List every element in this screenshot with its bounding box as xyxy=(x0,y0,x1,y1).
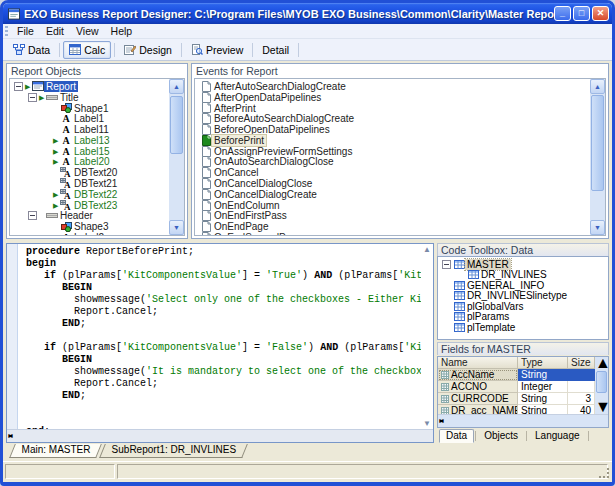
field-name-cell[interactable]: ACCNO xyxy=(438,381,518,393)
event-item-onendpage[interactable]: OnEndPage xyxy=(197,221,605,232)
event-item-onautosearchdialogclose[interactable]: OnAutoSearchDialogClose xyxy=(197,157,605,168)
scroll-thumb[interactable] xyxy=(591,95,604,191)
calc-marker-icon: ▶ xyxy=(53,137,60,144)
scroll-up-icon[interactable]: ▲ xyxy=(590,79,605,94)
tree-item-title[interactable]: ▶Title xyxy=(14,92,184,103)
close-button[interactable]: ✕ xyxy=(592,6,609,21)
scroll-right-icon[interactable]: ► xyxy=(438,415,451,427)
resize-grip[interactable] xyxy=(598,467,610,479)
collapse-icon[interactable] xyxy=(28,93,37,102)
code-hscrollbar[interactable]: ◄ ► xyxy=(7,429,433,442)
menu-edit[interactable]: Edit xyxy=(40,24,70,38)
menu-view[interactable]: View xyxy=(70,24,105,38)
tree-item-report[interactable]: ▶Report xyxy=(14,81,184,92)
toolbar-tab-calc[interactable]: Calc xyxy=(63,41,111,59)
field-row-accno[interactable]: ACCNOInteger xyxy=(438,381,595,393)
toolbox-item-dr_invlineslinetype[interactable]: DR_INVLINESlinetype xyxy=(438,291,608,302)
tree-item-label2[interactable]: ALabel2 xyxy=(14,232,184,236)
events-scrollbar[interactable]: ▲ ▼ xyxy=(590,79,605,235)
maximize-button[interactable]: □ xyxy=(573,6,590,21)
field-type-cell[interactable]: String xyxy=(518,369,568,381)
field-size-cell[interactable]: 3 xyxy=(568,393,595,405)
field-row-currcode[interactable]: CURRCODEString3 xyxy=(438,393,595,405)
minimize-button[interactable]: _ xyxy=(554,6,571,21)
tree-item-shape1[interactable]: Shape1 xyxy=(14,103,184,114)
field-type-cell[interactable]: String xyxy=(518,405,568,414)
fields-column-name[interactable]: Name xyxy=(438,357,518,369)
report-objects-scrollbar[interactable]: ▲ ▼ xyxy=(169,79,184,235)
event-item-oncanceldialogclose[interactable]: OnCancelDialogClose xyxy=(197,178,605,189)
event-item-oncancel[interactable]: OnCancel xyxy=(197,167,605,178)
tree-item-label20[interactable]: ▶ALabel20 xyxy=(14,157,184,168)
collapse-icon[interactable] xyxy=(442,260,451,269)
event-item-onendsecondpass[interactable]: OnEndSecondPass xyxy=(197,232,605,236)
toolbar-tab-design[interactable]: Design xyxy=(118,41,178,59)
code-text[interactable]: procedure ReportBeforePrint;begin if (pl… xyxy=(18,244,421,429)
field-row-accname[interactable]: AccNameString xyxy=(438,369,595,381)
tree-item-shape3[interactable]: Shape3 xyxy=(14,221,184,232)
field-name-cell[interactable]: AccName xyxy=(438,369,518,381)
scroll-down-icon[interactable]: ▼ xyxy=(590,220,605,235)
fields-vscrollbar[interactable]: ▲ ▼ xyxy=(595,357,608,414)
field-size-cell[interactable] xyxy=(568,369,595,381)
event-item-oncanceldialogcreate[interactable]: OnCancelDialogCreate xyxy=(197,189,605,200)
scroll-down-icon[interactable]: ▼ xyxy=(169,220,184,235)
toolbar-tab-preview[interactable]: Preview xyxy=(185,41,249,59)
fields-column-size[interactable]: Size xyxy=(568,357,595,369)
event-item-afterautosearchdialogcreate[interactable]: AfterAutoSearchDialogCreate xyxy=(197,81,605,92)
title-bar[interactable]: EXO Business Report Designer: C:\Program… xyxy=(3,3,612,24)
tree-item-dbtext23[interactable]: ▶ADBText23 xyxy=(14,200,184,211)
event-item-beforeautosearchdialogcreate[interactable]: BeforeAutoSearchDialogCreate xyxy=(197,113,605,124)
tree-item-label11[interactable]: ALabel11 xyxy=(14,124,184,135)
scroll-up-icon[interactable]: ▲ xyxy=(169,79,184,94)
menu-help[interactable]: Help xyxy=(105,24,139,38)
toolbox-item-dr_invlines[interactable]: DR_INVLINES xyxy=(438,270,608,281)
field-size-cell[interactable] xyxy=(568,381,595,393)
tree-item-label1[interactable]: ALabel1 xyxy=(14,113,184,124)
event-item-onendfirstpass[interactable]: OnEndFirstPass xyxy=(197,211,605,222)
field-row-dr_acc_name[interactable]: DR_acc_NAMEString40 xyxy=(438,405,595,414)
toolbar-tab-data[interactable]: Data xyxy=(7,41,56,59)
tree-item-dbtext22[interactable]: ▶ADBText22 xyxy=(14,189,184,200)
report-tab-label: SubReport1: DR_INVLINES xyxy=(112,444,237,455)
code-vscroll[interactable]: ▲▼ xyxy=(421,244,433,429)
tree-item-header[interactable]: Header xyxy=(14,211,184,222)
event-item-afteropendatapipelines[interactable]: AfterOpenDataPipelines xyxy=(197,92,605,103)
toolbox-item-pltemplate[interactable]: plTemplate xyxy=(438,322,608,333)
field-type-cell[interactable]: String xyxy=(518,393,568,405)
tree-item-dbtext20[interactable]: ADBText20 xyxy=(14,167,184,178)
field-size-cell[interactable]: 40 xyxy=(568,405,595,414)
scroll-up-icon[interactable]: ▲ xyxy=(595,357,608,370)
scroll-thumb[interactable] xyxy=(170,96,183,154)
tree-item-label15[interactable]: ▶ALabel15 xyxy=(14,146,184,157)
event-item-afterprint[interactable]: AfterPrint xyxy=(197,103,605,114)
field-name-cell[interactable]: CURRCODE xyxy=(438,393,518,405)
tree-item-label13[interactable]: ▶ALabel13 xyxy=(14,135,184,146)
collapse-icon[interactable] xyxy=(14,82,23,91)
collapse-icon[interactable] xyxy=(28,211,37,220)
toolbox-item-general_info[interactable]: GENERAL_INFO xyxy=(438,280,608,291)
field-name-cell[interactable]: DR_acc_NAME xyxy=(438,405,518,414)
fields-column-type[interactable]: Type xyxy=(518,357,568,369)
tab-objects[interactable]: Objects xyxy=(477,429,525,443)
scroll-down-icon[interactable]: ▼ xyxy=(595,401,608,414)
scroll-thumb[interactable] xyxy=(596,371,607,393)
toolbar-tab-detail[interactable]: Detail xyxy=(256,41,295,59)
event-item-beforeopendatapipelines[interactable]: BeforeOpenDataPipelines xyxy=(197,124,605,135)
code-editor[interactable]: procedure ReportBeforePrint;begin if (pl… xyxy=(6,243,434,443)
toolbox-item-plparams[interactable]: plParams xyxy=(438,312,608,323)
tab-data[interactable]: Data xyxy=(439,429,474,443)
scroll-right-icon[interactable]: ► xyxy=(7,430,20,442)
toolbox-item-plglobalvars[interactable]: plGlobalVars xyxy=(438,301,608,312)
report-tab-main[interactable]: Main: MASTER xyxy=(9,444,102,458)
event-item-onassignpreviewformsettings[interactable]: OnAssignPreviewFormSettings xyxy=(197,146,605,157)
toolbox-item-master[interactable]: MASTER xyxy=(438,259,608,270)
menu-file[interactable]: File xyxy=(11,24,40,38)
field-type-cell[interactable]: Integer xyxy=(518,381,568,393)
event-item-beforeprint[interactable]: BeforePrint xyxy=(197,135,605,146)
fields-hscrollbar[interactable]: ◄ ► xyxy=(438,414,608,427)
report-tab-subreport1[interactable]: SubReport1: DR_INVLINES xyxy=(99,444,247,458)
tree-item-dbtext21[interactable]: ADBText21 xyxy=(14,178,184,189)
tab-language[interactable]: Language xyxy=(528,429,587,443)
event-item-onendcolumn[interactable]: OnEndColumn xyxy=(197,200,605,211)
